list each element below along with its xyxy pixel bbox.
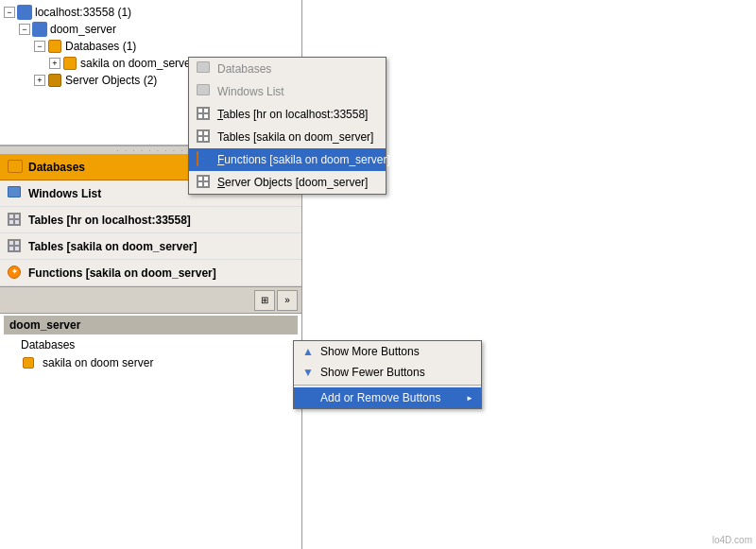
divider-dots: · · · · · · · · · (117, 146, 185, 155)
menu-item-show-fewer[interactable]: ▼ Show Fewer Buttons (294, 362, 481, 383)
submenu-arrow-icon: ► (466, 394, 473, 403)
nav-btn-tables-hr[interactable]: Tables [hr on localhost:33558] (0, 207, 301, 233)
menu-label-add-remove: Add or Remove Buttons (320, 391, 440, 404)
bottom-tree-header: doom_server (4, 316, 298, 335)
submenu-item-server-objects[interactable]: Server Objects [doom_server] (189, 171, 386, 194)
more-icon: » (284, 295, 290, 305)
nav-label-tables-hr: Tables [hr on localhost:33558] (28, 214, 191, 227)
nav-btn-tables-sakila[interactable]: Tables [sakila on doom_server] (0, 233, 301, 260)
submenu-db-icon (197, 61, 212, 77)
menu-item-add-remove[interactable]: Add or Remove Buttons ► (294, 387, 481, 408)
watermark: lo4D.com (713, 535, 752, 545)
menu-label-show-fewer: Show Fewer Buttons (320, 366, 425, 379)
submenu-label-tables-hr: Tables [hr on localhost:33558] (217, 108, 368, 121)
submenu-item-tables-sakila[interactable]: Tables [sakila on doom_server] (189, 126, 386, 148)
tree-label-doom: doom_server (50, 23, 116, 36)
tree-item-localhost[interactable]: − localhost:33558 (1) (0, 4, 301, 21)
submenu-item-functions-sakila[interactable]: Functions [sakila on doom_server] (189, 148, 386, 171)
submenu-server-objects-icon (197, 175, 212, 190)
windows-nav-icon (8, 186, 23, 201)
submenu-tables-sakila-icon (197, 129, 212, 145)
menu-item-show-more[interactable]: ▲ Show More Buttons (294, 341, 481, 362)
server-icon-localhost (17, 5, 32, 20)
tree-item-databases[interactable]: − Databases (1) (0, 38, 301, 55)
nav-label-tables-sakila: Tables [sakila on doom_server] (28, 240, 198, 253)
db-nav-icon (8, 160, 23, 175)
submenu-func-icon (197, 152, 212, 167)
submenu-label-functions-sakila: Functions [sakila on doom_server] (217, 153, 390, 166)
functions-sakila-icon: ✦ (8, 266, 23, 281)
nav-label-databases: Databases (28, 161, 85, 174)
db-icon-sakila-bottom (21, 355, 36, 370)
tree-label-localhost: localhost:33558 (1) (35, 6, 131, 19)
tree-label-databases: Databases (1) (65, 40, 136, 53)
toolbar-btn-grid[interactable]: ⊞ (254, 290, 275, 311)
tables-sakila-icon (8, 239, 23, 254)
tree-label-sakila: sakila on doom_server (80, 57, 195, 70)
server-icon-doom (32, 22, 47, 37)
expand-icon-sakila[interactable]: + (49, 58, 60, 69)
expand-icon-databases[interactable]: − (34, 41, 45, 52)
bottom-label-databases: Databases (21, 338, 75, 352)
submenu-item-tables-hr[interactable]: Tables [hr on localhost:33558] (189, 103, 386, 126)
submenu-windows-icon (197, 84, 212, 99)
tree-item-doom-server[interactable]: − doom_server (0, 21, 301, 38)
menu-label-show-more: Show More Buttons (320, 345, 420, 358)
submenu-item-databases[interactable]: Databases (189, 58, 386, 80)
submenu-tables-hr-icon (197, 107, 212, 122)
grid-icon: ⊞ (261, 295, 268, 305)
folder-icon-server-objects (47, 73, 62, 88)
tree-label-server-objects: Server Objects (2) (65, 74, 157, 87)
nav-label-windows-list: Windows List (28, 187, 101, 200)
submenu-label-tables-sakila: Tables [sakila on doom_server] (217, 130, 373, 144)
submenu-label-windows-list: Windows List (217, 85, 284, 98)
toolbar-row: ⊞ » (0, 287, 301, 314)
menu-separator (294, 385, 481, 386)
nav-label-functions-sakila: Functions [sakila on doom_server] (28, 266, 216, 280)
expand-icon-server-objects[interactable]: + (34, 75, 45, 86)
database-icon-sakila (62, 56, 77, 71)
bottom-tree: doom_server Databases sakila on doom ser… (0, 314, 301, 374)
submenu-label-server-objects: Server Objects [doom_server] (217, 176, 368, 189)
bottom-tree-item-sakila[interactable]: sakila on doom server (4, 353, 298, 372)
context-menu: ▲ Show More Buttons ▼ Show Fewer Buttons… (293, 340, 482, 409)
show-fewer-icon: ▼ (301, 366, 315, 379)
expand-icon-doom[interactable]: − (19, 24, 30, 35)
nav-btn-functions-sakila[interactable]: ✦ Functions [sakila on doom_server] (0, 260, 301, 286)
show-more-icon: ▲ (301, 345, 315, 358)
submenu-label-databases: Databases (217, 62, 271, 76)
tables-hr-icon (8, 213, 23, 228)
add-remove-icon (301, 391, 315, 404)
database-icon-databases (47, 39, 62, 54)
submenu: Databases Windows List Tables [hr on loc… (188, 57, 387, 195)
bottom-label-sakila: sakila on doom server (43, 356, 153, 369)
toolbar-btn-more[interactable]: » (277, 290, 298, 311)
submenu-item-windows-list[interactable]: Windows List (189, 80, 386, 103)
bottom-tree-item-databases[interactable]: Databases (4, 336, 298, 353)
expand-icon-localhost[interactable]: − (4, 7, 15, 18)
